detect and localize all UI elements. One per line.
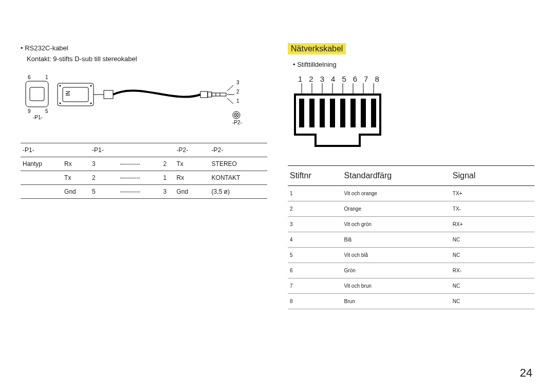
pin-7: 7	[364, 74, 369, 83]
pin-6: 6	[353, 74, 359, 83]
rs232c-bullet: RS232C-kabel	[21, 43, 267, 54]
pin-5: 5	[342, 74, 347, 83]
rs232c-svg: 6 1 9 5 -P1- IN	[21, 72, 257, 128]
r1dash: ----------	[118, 171, 161, 184]
rs232c-diagram: 6 1 9 5 -P1- IN	[21, 72, 267, 130]
ln1s: TX-	[451, 201, 534, 216]
ln1n: 2	[288, 201, 342, 216]
svg-rect-32	[320, 99, 325, 127]
p1-num-5: 5	[45, 108, 48, 114]
svg-point-4	[60, 85, 61, 86]
network-heading: Nätverkskabel	[288, 43, 346, 54]
r0b: 3	[90, 157, 118, 171]
rs232c-subtitle: Kontakt: 9-stifts D-sub till stereokabel	[27, 54, 267, 65]
lan-pin-table: Stiftnr Standardfärg Signal 1Vit och ora…	[288, 165, 534, 309]
th-p1b: -P1-	[90, 143, 118, 157]
ln7c: Brun	[342, 293, 451, 309]
th-p1a: -P1-	[21, 143, 62, 157]
r2c: 3	[161, 184, 175, 198]
svg-rect-31	[309, 99, 314, 127]
r2d: Gnd	[174, 184, 202, 198]
svg-rect-0	[26, 81, 48, 107]
ln0s: TX+	[451, 185, 534, 201]
th-standardfarg: Standardfärg	[342, 165, 451, 185]
pin-4: 4	[331, 74, 337, 83]
ln2s: RX+	[451, 216, 534, 232]
r2b: 5	[90, 184, 118, 198]
svg-rect-10	[200, 91, 208, 98]
ln6s: NC	[451, 278, 534, 293]
p1-label: -P1-	[33, 115, 43, 120]
jack-2: 2	[236, 89, 239, 95]
r0c: 2	[161, 157, 175, 171]
ln0n: 1	[288, 185, 342, 201]
svg-rect-36	[361, 99, 366, 127]
svg-point-6	[60, 102, 61, 104]
th-signal: Signal	[451, 165, 534, 185]
p2-label: -P2-	[232, 120, 242, 125]
ln6c: Vit och brun	[342, 278, 451, 293]
ln4c: Vit och blå	[342, 247, 451, 263]
svg-rect-11	[208, 92, 212, 97]
svg-line-17	[227, 98, 233, 104]
pin-assign-bullet: Stifttilldelning	[293, 60, 534, 70]
ln7s: NC	[451, 293, 534, 309]
ln3c: Blå	[342, 232, 451, 247]
rj45-diagram: 1 2 3 4 5 6 7 8	[294, 74, 534, 152]
pin-1: 1	[298, 74, 304, 83]
r2dash: ----------	[118, 184, 161, 198]
th-p2b: -P2-	[210, 143, 267, 157]
r1d: Rx	[174, 171, 202, 184]
pin-8: 8	[375, 74, 380, 83]
page-number: 24	[520, 366, 532, 380]
ln3n: 4	[288, 232, 342, 247]
ln6n: 7	[288, 278, 342, 293]
r0e: STEREO	[210, 157, 267, 171]
r1e: KONTAKT	[210, 171, 267, 184]
left-column: RS232C-kabel Kontakt: 9-stifts D-sub til…	[21, 43, 267, 382]
svg-rect-9	[104, 90, 113, 99]
ln2n: 3	[288, 216, 342, 232]
svg-point-7	[90, 102, 92, 104]
page: RS232C-kabel Kontakt: 9-stifts D-sub til…	[0, 0, 555, 392]
jack-3: 3	[236, 80, 239, 85]
hantyp-label: Hantyp	[21, 157, 62, 171]
svg-rect-30	[299, 99, 304, 127]
svg-rect-1	[30, 87, 44, 101]
jack-1: 1	[236, 98, 239, 104]
svg-rect-12	[212, 93, 226, 96]
p1-num-1: 1	[45, 74, 48, 80]
th-p2a: -P2-	[174, 143, 202, 157]
svg-rect-33	[330, 99, 335, 127]
r1a: Tx	[62, 171, 90, 184]
rj45-svg	[294, 83, 392, 150]
r1c: 1	[161, 171, 175, 184]
ln1c: Orange	[342, 201, 451, 216]
in-label: IN	[65, 91, 71, 96]
right-column: Nätverkskabel Stifttilldelning 1 2 3 4 5…	[288, 43, 534, 382]
ln0c: Vit och orange	[342, 185, 451, 201]
r0dash: ----------	[118, 157, 161, 171]
ln7n: 8	[288, 293, 342, 309]
p1-num-6: 6	[28, 74, 31, 80]
ln3s: NC	[451, 232, 534, 247]
svg-line-15	[227, 85, 233, 91]
ln4n: 5	[288, 247, 342, 263]
th-stiftnr: Stiftnr	[288, 165, 342, 185]
svg-point-5	[90, 85, 92, 86]
r0a: Rx	[62, 157, 90, 171]
svg-rect-37	[371, 99, 376, 127]
r2a: Gnd	[62, 184, 90, 198]
ln2c: Vit och grön	[342, 216, 451, 232]
ln5n: 6	[288, 263, 342, 278]
svg-rect-35	[350, 99, 356, 127]
svg-rect-34	[340, 99, 345, 127]
ln5s: RX-	[451, 263, 534, 278]
pin-3: 3	[320, 74, 326, 83]
ln4s: NC	[451, 247, 534, 263]
ln5c: Grön	[342, 263, 451, 278]
p1-num-9: 9	[28, 108, 31, 114]
rs232c-table: -P1- -P1- -P2- -P2- Hantyp Rx 3 --------…	[21, 143, 267, 199]
pin-2: 2	[309, 74, 314, 83]
r2e: (3,5 ø)	[210, 184, 267, 198]
